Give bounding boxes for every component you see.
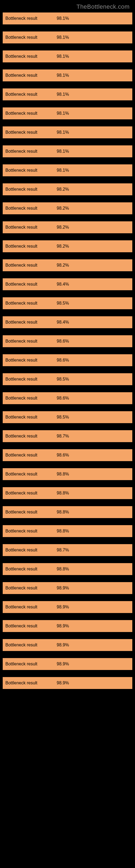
result-value: 98.1% [57,168,69,173]
result-value: 98.1% [57,111,69,116]
result-label: Bottleneck result [5,73,57,78]
result-row: Bottleneck result98.6% [3,449,132,461]
result-label: Bottleneck result [5,548,57,553]
result-row: Bottleneck result98.2% [3,259,132,271]
result-row: Bottleneck result98.9% [3,620,132,632]
result-value: 98.1% [57,149,69,154]
result-row: Bottleneck result98.6% [3,354,132,366]
result-row: Bottleneck result98.1% [3,31,132,43]
result-row: Bottleneck result98.1% [3,51,132,62]
result-label: Bottleneck result [5,54,57,59]
result-label: Bottleneck result [5,643,57,648]
result-value: 98.2% [57,225,69,230]
result-row: Bottleneck result98.2% [3,240,132,252]
result-row: Bottleneck result98.1% [3,107,132,119]
result-label: Bottleneck result [5,529,57,533]
result-value: 98.8% [57,510,69,515]
result-value: 98.8% [57,567,69,571]
result-label: Bottleneck result [5,92,57,97]
result-value: 98.6% [57,358,69,363]
result-label: Bottleneck result [5,510,57,515]
result-value: 98.5% [57,377,69,382]
result-value: 98.1% [57,73,69,78]
result-value: 98.1% [57,54,69,59]
result-row: Bottleneck result98.4% [3,316,132,328]
result-value: 98.9% [57,681,69,685]
result-row: Bottleneck result98.8% [3,563,132,575]
result-row: Bottleneck result98.4% [3,278,132,290]
result-row: Bottleneck result98.9% [3,601,132,613]
result-label: Bottleneck result [5,168,57,173]
result-label: Bottleneck result [5,472,57,476]
result-value: 98.2% [57,206,69,211]
result-row: Bottleneck result98.7% [3,544,132,556]
result-row: Bottleneck result98.2% [3,183,132,195]
result-label: Bottleneck result [5,16,57,21]
result-value: 98.1% [57,16,69,21]
result-value: 98.6% [57,396,69,401]
result-row: Bottleneck result98.8% [3,525,132,537]
result-value: 98.8% [57,491,69,496]
result-row: Bottleneck result98.7% [3,430,132,442]
result-row: Bottleneck result98.9% [3,639,132,651]
result-label: Bottleneck result [5,453,57,458]
result-row: Bottleneck result98.5% [3,373,132,385]
result-row: Bottleneck result98.1% [3,126,132,138]
result-row: Bottleneck result98.1% [3,12,132,24]
result-value: 98.2% [57,263,69,268]
result-value: 98.6% [57,453,69,458]
result-value: 98.1% [57,35,69,40]
result-value: 98.2% [57,244,69,249]
site-title: TheBottleneck.com [77,3,130,10]
result-row: Bottleneck result98.1% [3,88,132,100]
result-label: Bottleneck result [5,244,57,249]
result-value: 98.4% [57,282,69,287]
result-row: Bottleneck result98.8% [3,468,132,480]
result-row: Bottleneck result98.6% [3,335,132,347]
result-label: Bottleneck result [5,111,57,116]
result-value: 98.9% [57,604,69,610]
results-container: Bottleneck result98.1%Bottleneck result9… [0,12,135,689]
result-label: Bottleneck result [5,263,57,268]
result-label: Bottleneck result [5,35,57,40]
result-label: Bottleneck result [5,301,57,306]
result-label: Bottleneck result [5,187,57,192]
result-label: Bottleneck result [5,396,57,401]
result-row: Bottleneck result98.5% [3,411,132,423]
result-label: Bottleneck result [5,225,57,230]
result-label: Bottleneck result [5,358,57,363]
result-label: Bottleneck result [5,149,57,154]
result-row: Bottleneck result98.1% [3,164,132,176]
result-value: 98.9% [57,586,69,590]
result-label: Bottleneck result [5,661,57,666]
result-label: Bottleneck result [5,377,57,382]
result-value: 98.8% [57,472,69,476]
result-value: 98.7% [57,548,69,553]
result-label: Bottleneck result [5,206,57,211]
result-label: Bottleneck result [5,339,57,344]
result-label: Bottleneck result [5,624,57,628]
result-row: Bottleneck result98.5% [3,297,132,309]
result-label: Bottleneck result [5,491,57,496]
result-value: 98.5% [57,301,69,306]
result-value: 98.6% [57,339,69,344]
result-row: Bottleneck result98.9% [3,677,132,689]
result-value: 98.4% [57,320,69,325]
result-label: Bottleneck result [5,282,57,287]
result-label: Bottleneck result [5,586,57,590]
result-value: 98.8% [57,529,69,533]
result-value: 98.9% [57,624,69,628]
result-row: Bottleneck result98.8% [3,487,132,499]
result-label: Bottleneck result [5,320,57,325]
result-value: 98.5% [57,415,69,420]
result-row: Bottleneck result98.1% [3,145,132,157]
result-label: Bottleneck result [5,604,57,610]
result-value: 98.7% [57,434,69,439]
result-label: Bottleneck result [5,567,57,571]
result-value: 98.1% [57,92,69,97]
result-value: 98.2% [57,187,69,192]
result-label: Bottleneck result [5,130,57,135]
result-row: Bottleneck result98.9% [3,658,132,670]
result-value: 98.1% [57,130,69,135]
result-value: 98.9% [57,661,69,666]
